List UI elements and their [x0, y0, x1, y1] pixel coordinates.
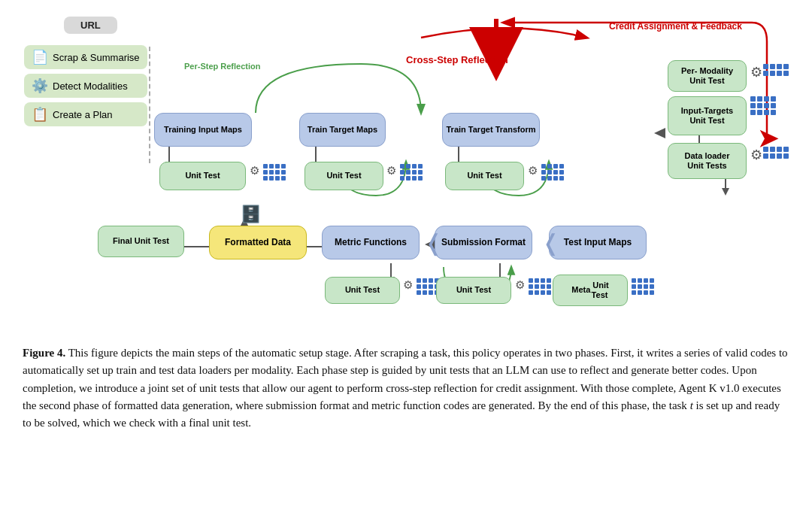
data-loader-unit-tests-box: Data loaderUnit Tests: [668, 143, 747, 179]
gear-icon-ut4: ⚙: [403, 278, 413, 292]
scrap-icon: 📄: [32, 49, 48, 65]
sidebar-label-plan: Create a Plan: [53, 109, 113, 120]
detect-icon: ⚙️: [32, 77, 48, 94]
caption-bold: Figure 4.: [23, 347, 65, 359]
sidebar-label-scrap: Scrap & Summarise: [53, 52, 140, 63]
test-input-maps-box: Test Input Maps: [549, 226, 647, 259]
per-step-reflection-label: Per-Step Reflection: [184, 62, 260, 71]
plan-icon: 📋: [32, 106, 48, 123]
caption-text1: This figure depicts the main steps of th…: [23, 347, 788, 411]
train-target-transform-box: Train Target Transform: [442, 113, 540, 147]
unit-test-box-5: Unit Test: [436, 277, 511, 304]
url-label: URL: [64, 17, 117, 34]
svg-marker-13: [722, 188, 729, 196]
unit-test-box-1: Unit Test: [159, 162, 246, 190]
grid-ut3: [541, 164, 564, 181]
unit-test-box-4: Unit Test: [325, 277, 400, 304]
credit-assignment-label: Credit Assignment & Feedback: [609, 21, 742, 32]
metric-functions-box: Metric Functions: [322, 226, 420, 259]
gear-icon-ut1: ⚙: [250, 164, 259, 178]
gear-icon-ut5: ⚙: [515, 278, 525, 292]
grid-ut5: [529, 278, 551, 295]
grid-ut2: [400, 164, 423, 181]
formatted-data-box: Formatted Data: [209, 226, 307, 259]
sidebar: 📄 Scrap & Summarise ⚙️ Detect Modalities…: [24, 45, 147, 126]
sidebar-item-detect[interactable]: ⚙️ Detect Modalities: [24, 74, 147, 98]
submission-format-box: Submission Format: [435, 226, 532, 259]
input-targets-unit-test-box: Input-TargetsUnit Test: [668, 96, 747, 135]
sidebar-label-detect: Detect Modalities: [53, 80, 128, 92]
meta-unit-test-box: Meta UnitTest: [553, 275, 628, 306]
gear-grid-right-2: [763, 64, 789, 76]
sidebar-divider: [149, 47, 150, 163]
sidebar-item-plan[interactable]: 📋 Create a Plan: [24, 102, 147, 126]
per-modality-unit-test-box: Per- ModalityUnit Test: [668, 60, 747, 92]
final-unit-test-box: Final Unit Test: [98, 226, 184, 257]
gear-icon-ut3: ⚙: [528, 164, 538, 178]
unit-test-box-3: Unit Test: [445, 162, 524, 190]
figure-caption: Figure 4. This figure depicts the main s…: [23, 344, 789, 432]
train-target-maps-box: Train Target Maps: [299, 113, 386, 147]
svg-marker-3: [654, 128, 665, 138]
grid-ut1: [263, 164, 286, 181]
gear-grid-right-1: [750, 96, 776, 115]
unit-test-box-2: Unit Test: [304, 162, 383, 190]
gear-icon-ut2: ⚙: [386, 164, 396, 178]
training-input-maps-box: Training Input Maps: [154, 113, 252, 147]
big-red-arrow-right: ➤: [758, 124, 778, 153]
db-icon: 🗄️: [241, 205, 261, 224]
sidebar-item-scrap[interactable]: 📄 Scrap & Summarise: [24, 45, 147, 69]
bracket-1: ❬: [424, 226, 443, 259]
cross-step-reflection-label: Cross-Step Reflection: [406, 54, 508, 65]
bracket-2: ❬: [541, 226, 560, 259]
gear-icon-right-1: ⚙: [750, 64, 762, 80]
grid-meta: [632, 278, 654, 295]
